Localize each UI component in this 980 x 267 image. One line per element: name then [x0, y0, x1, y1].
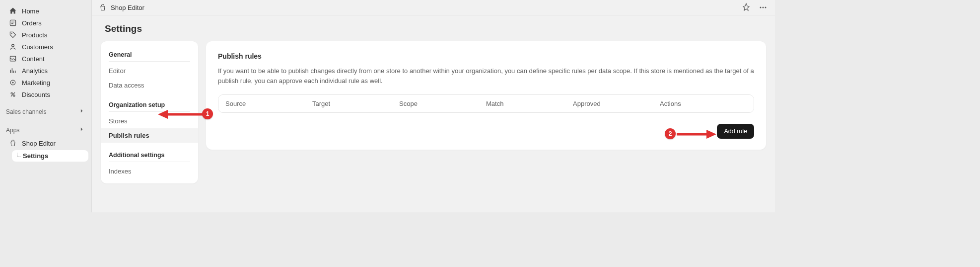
nav-label: Marketing	[22, 79, 50, 87]
topbar: Shop Editor	[92, 0, 775, 15]
th-actions: Actions	[660, 100, 747, 107]
topbar-title: Shop Editor	[111, 4, 144, 11]
topbar-left: Shop Editor	[99, 3, 144, 11]
nav-label: Products	[22, 31, 47, 39]
group-additional: Additional settings	[101, 147, 198, 162]
nav-home[interactable]: Home	[3, 5, 88, 17]
nav-orders[interactable]: Orders	[3, 17, 88, 29]
group-title: Additional settings	[109, 150, 190, 162]
annotation-badge-2: 2	[665, 128, 676, 139]
products-icon	[9, 31, 17, 39]
annotation-arrow-1	[158, 108, 204, 120]
nav-label: Customers	[22, 43, 53, 51]
customers-icon	[9, 43, 17, 51]
card-title: Publish rules	[218, 52, 754, 60]
nav-label: Home	[22, 7, 39, 15]
th-approved: Approved	[573, 100, 660, 107]
divider	[109, 61, 190, 62]
menu-data-access[interactable]: Data access	[101, 78, 198, 92]
table-header: Source Target Scope Match Approved Actio…	[218, 95, 754, 112]
discounts-icon	[9, 90, 17, 98]
marketing-icon	[9, 79, 17, 87]
annotation-badge-1: 1	[202, 108, 213, 119]
th-match: Match	[486, 100, 573, 107]
nav-app-shop-editor[interactable]: Shop Editor	[3, 137, 88, 149]
svg-point-1	[11, 33, 12, 34]
section-apps[interactable]: Apps	[0, 123, 91, 136]
orders-icon	[9, 19, 17, 27]
nav-analytics[interactable]: Analytics	[3, 65, 88, 77]
th-scope: Scope	[399, 100, 486, 107]
svg-point-9	[763, 7, 764, 8]
topbar-right	[741, 2, 768, 12]
section-label: Apps	[6, 127, 19, 134]
nav-app-settings[interactable]: Settings	[12, 150, 88, 162]
svg-point-8	[760, 7, 762, 8]
group-general: General	[101, 46, 198, 61]
th-target: Target	[312, 100, 399, 107]
home-icon	[9, 7, 17, 15]
menu-indexes[interactable]: Indexes	[101, 164, 198, 178]
svg-point-10	[765, 7, 767, 8]
svg-point-7	[13, 95, 15, 96]
annotation-arrow-2	[677, 128, 716, 140]
section-sales-channels[interactable]: Sales channels	[0, 104, 91, 118]
nav-label: Analytics	[22, 67, 48, 75]
nav-customers[interactable]: Customers	[3, 41, 88, 53]
nav-label: Orders	[22, 19, 42, 27]
group-title: General	[109, 49, 190, 61]
nav-marketing[interactable]: Marketing	[3, 77, 88, 89]
main: Shop Editor Settings General Editor Data…	[91, 0, 775, 212]
svg-rect-0	[10, 20, 15, 25]
svg-point-5	[12, 82, 13, 83]
chevron-right-icon	[78, 107, 85, 116]
menu-editor[interactable]: Editor	[101, 64, 198, 78]
add-rule-button[interactable]: Add rule	[717, 124, 754, 139]
sidebar: Home Orders Products Customers Content A…	[0, 0, 91, 212]
nav-products[interactable]: Products	[3, 29, 88, 41]
svg-marker-14	[706, 130, 716, 139]
svg-point-6	[11, 92, 12, 94]
nav-discounts[interactable]: Discounts	[3, 89, 88, 100]
bag-icon	[99, 3, 107, 11]
nav-label: Settings	[23, 152, 48, 160]
analytics-icon	[9, 67, 17, 75]
divider	[109, 162, 190, 162]
nav-content[interactable]: Content	[3, 53, 88, 65]
pin-icon[interactable]	[741, 2, 751, 12]
th-source: Source	[225, 100, 312, 107]
chevron-right-icon	[78, 126, 85, 134]
nav-label: Discounts	[22, 91, 50, 98]
svg-marker-12	[158, 110, 168, 119]
bag-icon	[9, 139, 17, 147]
menu-publish-rules[interactable]: Publish rules	[101, 128, 198, 143]
nav-label: Shop Editor	[22, 140, 56, 147]
page-title: Settings	[92, 15, 775, 39]
sub-nav: Settings	[9, 150, 91, 162]
more-icon[interactable]	[758, 2, 768, 12]
svg-point-2	[12, 44, 14, 47]
section-label: Sales channels	[6, 108, 46, 115]
rules-table: Source Target Scope Match Approved Actio…	[218, 94, 754, 113]
content-icon	[9, 55, 17, 63]
card-description: If you want to be able to publish change…	[218, 66, 754, 86]
nav-label: Content	[22, 55, 45, 63]
